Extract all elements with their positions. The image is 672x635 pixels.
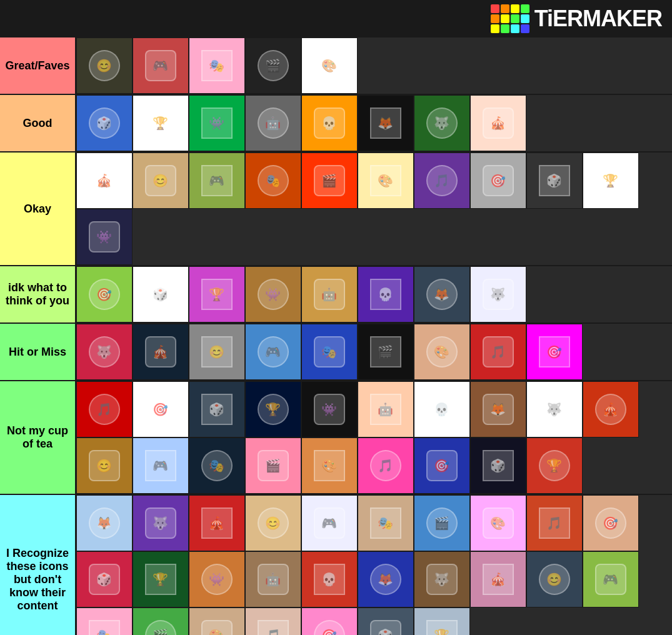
tier-item-cartoon-penguin[interactable]: 🎮 — [133, 438, 189, 494]
tier-item-blue-cartoon[interactable]: 🎭 — [301, 324, 358, 380]
tier-item-peace-sign[interactable]: 🎮 — [189, 152, 245, 209]
tier-item-danknet-d[interactable]: 🎲 — [133, 266, 189, 322]
tier-item-mascot-green[interactable]: 🎬 — [133, 608, 189, 635]
tier-item-photo-guy-2[interactable]: 🎨 — [189, 608, 245, 635]
tier-item-glasses-photo[interactable]: 🎨 — [301, 438, 358, 494]
tier-item-derp-face[interactable]: 🎪 — [76, 152, 133, 209]
tier-item-angry-cartoon[interactable]: 🎭 — [245, 152, 301, 209]
tier-item-sports-guy[interactable]: 🎬 — [414, 495, 470, 551]
tier-item-red-box[interactable]: 🎪 — [189, 495, 245, 551]
tier-container: Great/Faves😊🎮🎭🎬🎨Good🎲🏆👾🤖💀🦊🐺🎪Okay🎪😊🎮🎭🎬🎨🎵🎯… — [0, 38, 672, 635]
tier-label-good: Good — [0, 95, 75, 151]
tier-item-ghost-girl[interactable]: 🐺 — [470, 266, 526, 322]
tier-item-some-ordinary-gamers[interactable]: 👾 — [189, 95, 245, 151]
tier-item-h3-logo[interactable]: 🎵 — [358, 438, 414, 494]
tier-item-3d-glasses[interactable]: 🎲 — [76, 551, 133, 608]
tier-item-white-cartoon[interactable]: 🎮 — [301, 495, 358, 551]
tier-item-thinking-girl[interactable]: 🤖 — [358, 381, 414, 438]
tier-items-hit: 🐺🎪😊🎮🎭🎬🎨🎵🎯 — [75, 324, 672, 380]
tier-item-glasses-youth[interactable]: 😊 — [526, 551, 583, 608]
logo-cell — [491, 14, 499, 23]
tier-item-gross-face[interactable]: 😊 — [133, 152, 189, 209]
tier-item-blonde-blue-eyes[interactable]: 🎮 — [245, 324, 301, 380]
tier-item-dark-anime[interactable]: 🎪 — [133, 324, 189, 380]
tier-item-dark-photo[interactable]: 🎲 — [189, 381, 245, 438]
tier-item-suit-photo[interactable]: 🏆 — [414, 608, 470, 635]
tier-item-cartoon-brown[interactable]: 🦊 — [470, 381, 526, 438]
tier-item-beef-testosterone[interactable]: 😊 — [76, 38, 133, 94]
tier-item-dog-selfie[interactable]: 🎯 — [470, 152, 526, 209]
tier-item-joker-v[interactable]: 💀 — [358, 266, 414, 322]
tier-label-recognize: I Recognize these icons but don't know t… — [0, 495, 75, 635]
tier-item-drama-alert[interactable]: 🎵 — [76, 381, 133, 438]
tier-item-brown-cartoon-face[interactable]: 🤖 — [245, 551, 301, 608]
tier-item-knight-helmet[interactable]: 🤖 — [245, 95, 301, 151]
tier-item-gamer-from-mars[interactable]: 🎵 — [470, 324, 526, 380]
tier-item-big-eyes[interactable]: 🎬 — [301, 152, 358, 209]
tier-item-red-hair-fnf[interactable]: 🐺 — [76, 324, 133, 380]
tier-item-black-rapper[interactable]: 🎬 — [245, 38, 301, 94]
tier-item-anime-girl-dark[interactable]: 👾 — [76, 209, 133, 265]
tier-item-face-close[interactable]: 😊 — [245, 495, 301, 551]
tier-item-real-person-1[interactable]: 🎪 — [470, 95, 526, 151]
tier-label-idk: idk what to think of you — [0, 266, 75, 322]
tier-item-bird-white[interactable]: 🦊 — [76, 495, 133, 551]
tier-item-minecraft-head[interactable]: 🐺 — [414, 551, 470, 608]
tier-item-sunglasses-guy[interactable]: 🎲 — [526, 152, 583, 209]
tier-item-gray-face[interactable]: 😊 — [189, 324, 245, 380]
tier-item-glowing-logo[interactable]: 🎨 — [470, 495, 526, 551]
tier-item-anime-girl-color[interactable]: 🎪 — [470, 551, 526, 608]
tier-item-sunglasses-app[interactable]: 🎬 — [245, 438, 301, 494]
tier-item-lms-purple[interactable]: 🎵 — [414, 152, 470, 209]
tier-item-glitch-guy[interactable]: 🎯 — [526, 324, 583, 380]
tier-item-manga-girl[interactable]: 🎬 — [358, 324, 414, 380]
tier-item-scarce-s[interactable]: 👾 — [301, 381, 358, 438]
tier-item-baymax-icon[interactable]: 🎲 — [76, 95, 133, 151]
tier-row-notmy: Not my cup of tea🎵🎯🎲🏆👾🤖💀🦊🐺🎪😊🎮🎭🎬🎨🎵🎯🎲🏆 — [0, 381, 672, 495]
tier-item-selfie-guy[interactable]: 🎯 — [583, 495, 639, 551]
tier-item-hat-man[interactable]: 🎮 — [133, 38, 189, 94]
tier-item-blonde-hoodie[interactable]: 🎯 — [76, 266, 133, 322]
tier-item-no-cows[interactable]: 🐺 — [526, 381, 583, 438]
tier-item-face-photo[interactable]: 🎭 — [358, 495, 414, 551]
tier-item-alien-cartoon[interactable]: 🎮 — [583, 551, 639, 608]
tier-item-hat-photo[interactable]: 🏆 — [133, 551, 189, 608]
tier-item-red-hair-guy[interactable]: 🏆 — [133, 95, 189, 151]
tier-item-just-stop[interactable]: 🦊 — [358, 95, 414, 151]
logo-grid — [491, 4, 529, 33]
tier-items-good: 🎲🏆👾🤖💀🦊🐺🎪 — [75, 95, 672, 151]
tier-item-pony-cartoon[interactable]: 🎭 — [76, 608, 133, 635]
tier-items-okay: 🎪😊🎮🎭🎬🎨🎵🎯🎲🏆👾 — [75, 152, 672, 265]
tier-item-colorful-cube[interactable]: 🏆 — [189, 266, 245, 322]
tier-item-d-logo[interactable]: 💀 — [301, 551, 358, 608]
tier-item-pink-anime[interactable]: 🎭 — [189, 38, 245, 94]
tier-item-bear-cartoon[interactable]: 👾 — [189, 551, 245, 608]
tier-item-hat-anime[interactable]: 🏆 — [526, 438, 583, 494]
tier-item-big-guy-photo[interactable]: 🎵 — [245, 608, 301, 635]
tier-item-hat-suit[interactable]: 🦊 — [358, 551, 414, 608]
tier-item-monkey-comedian[interactable]: 👾 — [245, 266, 301, 322]
tier-item-purple-monster[interactable]: 🐺 — [133, 495, 189, 551]
tier-item-blonde-anime[interactable]: 🎨 — [358, 152, 414, 209]
logo-cell — [521, 14, 529, 23]
tier-item-grade-a[interactable]: 🎯 — [133, 381, 189, 438]
tier-item-24-pink[interactable]: 🎯 — [301, 608, 358, 635]
tier-item-rice-guy[interactable]: 🎯 — [414, 438, 470, 494]
tier-row-good: Good🎲🏆👾🤖💀🦊🐺🎪 — [0, 95, 672, 152]
tier-item-dark-suit[interactable]: 🦊 — [414, 266, 470, 322]
tier-item-brown-bird[interactable]: 😊 — [76, 438, 133, 494]
tier-item-red-alien[interactable]: 🎪 — [583, 381, 639, 438]
tier-item-beard-icon[interactable]: 💀 — [414, 381, 470, 438]
header: TiERMAKER — [0, 0, 672, 38]
tier-item-puddle-pizza[interactable]: 🎵 — [526, 495, 583, 551]
tier-item-green-circle[interactable]: 🐺 — [414, 95, 470, 151]
tier-item-cartoon-glasses[interactable]: 🏆 — [583, 152, 639, 209]
tier-item-dark-figure[interactable]: 🎭 — [189, 438, 245, 494]
tier-item-shadow-dark[interactable]: 🎲 — [470, 438, 526, 494]
tier-item-real-guy-smile[interactable]: 🎨 — [414, 324, 470, 380]
tier-item-orange-cat[interactable]: 💀 — [301, 95, 358, 151]
tier-item-suit-guy[interactable]: 🤖 — [301, 266, 358, 322]
tier-item-goggles-cartoon[interactable]: 🎲 — [358, 608, 414, 635]
tier-item-cartoon-face[interactable]: 🎨 — [301, 38, 358, 94]
tier-item-city-night[interactable]: 🏆 — [245, 381, 301, 438]
